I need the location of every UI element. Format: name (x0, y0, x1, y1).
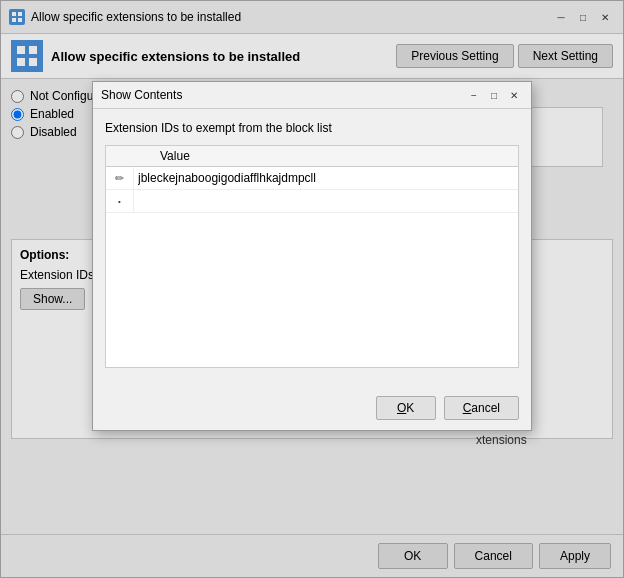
modal-close-button[interactable]: ✕ (505, 86, 523, 104)
bullet-icon: • (106, 190, 134, 212)
edit-icon: ✏ (106, 167, 134, 189)
modal-table-header: Value (106, 146, 518, 167)
modal-minimize-button[interactable]: − (465, 86, 483, 104)
modal-footer: OK Cancel (93, 390, 531, 430)
modal-ok-button[interactable]: OK (376, 396, 436, 420)
row-value-input[interactable] (134, 167, 518, 189)
modal-table-body: ✏ • (106, 167, 518, 367)
modal-description: Extension IDs to exempt from the block l… (105, 121, 519, 135)
modal-table: Value ✏ • (105, 145, 519, 368)
modal-title-bar: Show Contents − □ ✕ (93, 82, 531, 109)
modal-overlay: Show Contents − □ ✕ Extension IDs to exe… (1, 1, 623, 577)
show-contents-dialog: Show Contents − □ ✕ Extension IDs to exe… (92, 81, 532, 431)
modal-body: Extension IDs to exempt from the block l… (93, 109, 531, 390)
modal-cancel-underline: C (463, 401, 472, 415)
modal-cancel-rest: ancel (471, 401, 500, 415)
value-column-header: Value (160, 149, 190, 163)
modal-ok-rest: K (406, 401, 414, 415)
main-window: Allow specific extensions to be installe… (0, 0, 624, 578)
table-row: ✏ (106, 167, 518, 190)
modal-title: Show Contents (101, 88, 459, 102)
empty-cell (134, 190, 518, 212)
modal-ok-underline: O (397, 401, 406, 415)
modal-maximize-button[interactable]: □ (485, 86, 503, 104)
table-row-empty: • (106, 190, 518, 213)
modal-controls: − □ ✕ (465, 86, 523, 104)
header-icon-col (114, 149, 130, 163)
modal-cancel-button[interactable]: Cancel (444, 396, 519, 420)
